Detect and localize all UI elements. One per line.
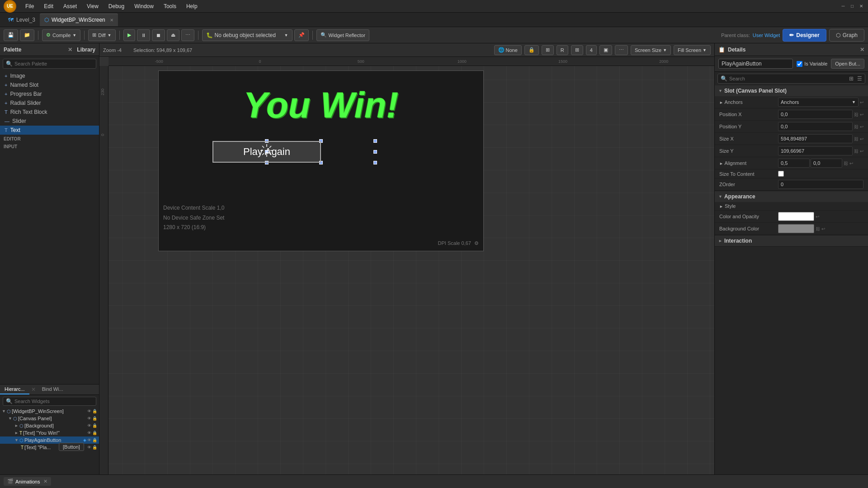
- menu-asset[interactable]: Asset: [59, 2, 81, 10]
- menu-tools[interactable]: Tools: [159, 2, 181, 10]
- eye-icon[interactable]: 👁: [87, 409, 91, 413]
- widget-reflector-button[interactable]: 🔍 Widget Reflector: [316, 29, 369, 41]
- palette-item-named-slot[interactable]: + Named Slot: [0, 80, 99, 89]
- eye-icon[interactable]: 👁: [87, 416, 91, 421]
- appearance-section-header[interactable]: ▼ Appearance: [715, 191, 868, 202]
- details-grid-icon[interactable]: ⊞: [849, 75, 854, 82]
- size-y-link-icon[interactable]: ⛓: [854, 149, 859, 154]
- menu-edit[interactable]: Edit: [39, 2, 58, 10]
- palette-item-image[interactable]: + Image: [0, 71, 99, 80]
- fill-screen-dropdown[interactable]: Fill Screen ▼: [674, 45, 711, 55]
- palette-item-radial-slider[interactable]: + Radial Slider: [0, 99, 99, 108]
- close-button[interactable]: ✕: [858, 3, 864, 9]
- lock-icon[interactable]: 🔒: [92, 409, 97, 413]
- lock-icon[interactable]: 🔒: [92, 416, 97, 421]
- debug-object-dropdown[interactable]: 🐛 No debug object selected ▼: [202, 29, 292, 41]
- lock-view-button[interactable]: 🔒: [524, 45, 539, 55]
- handle-br[interactable]: [373, 161, 377, 164]
- anchors-reset-icon[interactable]: ↩: [860, 100, 863, 105]
- eye-icon[interactable]: 👁: [87, 423, 91, 428]
- stop-button[interactable]: ⏹: [152, 29, 165, 41]
- alignment-link-icon[interactable]: ⛓: [844, 161, 848, 166]
- dpi-settings-icon[interactable]: ⚙: [474, 240, 479, 246]
- tree-item-background[interactable]: ► ⬡ [Background] 👁 🔒: [0, 422, 99, 429]
- bg-color-link-icon[interactable]: ⛓: [816, 226, 820, 231]
- browse-button[interactable]: 📁: [20, 29, 34, 41]
- pause-button[interactable]: ⏸: [137, 29, 150, 41]
- hierarchy-search-input[interactable]: [14, 399, 93, 404]
- color-opacity-swatch[interactable]: [778, 212, 814, 221]
- options-button[interactable]: ⋯: [181, 29, 194, 41]
- tree-item-playtext[interactable]: T [Text] "Pla... 👁 🔒 [Button]: [0, 444, 99, 451]
- variable-icon[interactable]: ◈: [83, 438, 86, 442]
- handle-tr[interactable]: [373, 139, 377, 143]
- position-x-input[interactable]: 0,0: [781, 112, 850, 117]
- palette-item-text[interactable]: T Text: [0, 126, 99, 135]
- bg-color-reset-icon[interactable]: ↩: [821, 226, 825, 231]
- hierarchy-tab[interactable]: Hierarc...: [0, 385, 29, 394]
- details-close-icon[interactable]: ✕: [860, 47, 864, 53]
- pos-y-reset-icon[interactable]: ↩: [860, 124, 863, 129]
- palette-item-rich-text[interactable]: T Rich Text Block: [0, 108, 99, 117]
- pos-x-reset-icon[interactable]: ↩: [860, 112, 863, 117]
- menu-view[interactable]: View: [82, 2, 103, 10]
- details-list-icon[interactable]: ☰: [857, 75, 862, 82]
- eye-icon[interactable]: 👁: [87, 438, 91, 442]
- more-button[interactable]: ⋯: [615, 45, 628, 55]
- animations-tab[interactable]: 🎬 Animations ✕: [4, 477, 51, 486]
- position-y-value[interactable]: 0,0: [778, 122, 853, 131]
- designer-button[interactable]: ✏ Designer: [783, 29, 826, 42]
- r-button[interactable]: R: [557, 45, 568, 55]
- library-tab[interactable]: Library: [77, 47, 95, 53]
- palette-search-input[interactable]: [14, 61, 93, 66]
- pos-x-link-icon[interactable]: ⛓: [854, 112, 859, 117]
- anim-close-icon[interactable]: ✕: [43, 479, 47, 484]
- eject-button[interactable]: ⏏: [167, 29, 179, 41]
- eye-icon[interactable]: 👁: [87, 431, 91, 435]
- canvas-main[interactable]: -500 0 500 1000 1500 2000 230 0 You Win!: [99, 57, 714, 474]
- size-x-reset-icon[interactable]: ↩: [860, 136, 863, 141]
- bind-widgets-tab[interactable]: Bind Wi...: [38, 385, 68, 394]
- menu-debug[interactable]: Debug: [104, 2, 129, 10]
- screen-size-dropdown[interactable]: Screen Size ▼: [631, 45, 671, 55]
- lock-icon[interactable]: 🔒: [92, 431, 97, 435]
- pos-y-link-icon[interactable]: ⛓: [854, 124, 859, 129]
- alignment-y-value[interactable]: [811, 159, 842, 168]
- tree-item-playagain[interactable]: ▼ ⬡ PlayAgainButton ◈ 👁 🔒: [0, 436, 99, 444]
- none-button[interactable]: 🌐 None: [494, 45, 522, 55]
- play-again-button-canvas[interactable]: Play Again: [212, 141, 321, 163]
- zorder-input[interactable]: [781, 182, 861, 187]
- menu-window[interactable]: Window: [130, 2, 158, 10]
- position-x-value[interactable]: 0,0: [778, 110, 853, 119]
- menu-file[interactable]: File: [21, 2, 38, 10]
- grid2-button[interactable]: ⊞: [571, 45, 583, 55]
- tree-item-widgetbp[interactable]: ▼ ⬡ [WidgetBP_WinScreen] 👁 🔒: [0, 408, 99, 415]
- minimize-button[interactable]: ─: [840, 3, 846, 9]
- alignment-reset-icon[interactable]: ↩: [849, 161, 853, 166]
- lock-icon[interactable]: 🔒: [92, 438, 97, 442]
- size-y-reset-icon[interactable]: ↩: [860, 149, 863, 154]
- palette-close-icon[interactable]: ✕: [68, 47, 72, 53]
- is-variable-checkbox[interactable]: [797, 61, 802, 67]
- tree-item-youwin[interactable]: ► T [Text] "You Win!" 👁 🔒: [0, 429, 99, 436]
- zorder-value[interactable]: [778, 180, 863, 189]
- interaction-section-header[interactable]: ► Interaction: [715, 235, 868, 246]
- alignment-x-value[interactable]: [778, 159, 810, 168]
- graph-button[interactable]: ⬡ Graph: [829, 29, 864, 42]
- size-x-input[interactable]: 594,894897: [781, 136, 850, 141]
- tab-close-icon[interactable]: ✕: [110, 18, 113, 23]
- slot-section-header[interactable]: ▼ Slot (Canvas Panel Slot): [715, 85, 868, 96]
- widget-name-input[interactable]: [718, 59, 793, 69]
- alignment-y-input[interactable]: [813, 160, 840, 166]
- diff-button[interactable]: ⊞ Diff ▼: [88, 29, 115, 41]
- debug-pin-button[interactable]: 📌: [294, 29, 309, 41]
- tab-level3[interactable]: 🗺 Level_3: [4, 14, 40, 26]
- tree-item-canvas[interactable]: ▼ ⬡ [Canvas Panel] 👁 🔒: [0, 415, 99, 422]
- anchors-dropdown[interactable]: Anchors ▼: [778, 98, 859, 107]
- four-button[interactable]: 4: [586, 45, 597, 55]
- aspect-button[interactable]: ▣: [599, 45, 612, 55]
- size-y-value[interactable]: 109,66967: [778, 146, 853, 155]
- play-button[interactable]: ▶: [123, 29, 135, 41]
- open-button[interactable]: Open But...: [831, 59, 864, 69]
- tab-widgetbp[interactable]: ⬡ WidgetBP_WinScreen ✕: [40, 14, 118, 26]
